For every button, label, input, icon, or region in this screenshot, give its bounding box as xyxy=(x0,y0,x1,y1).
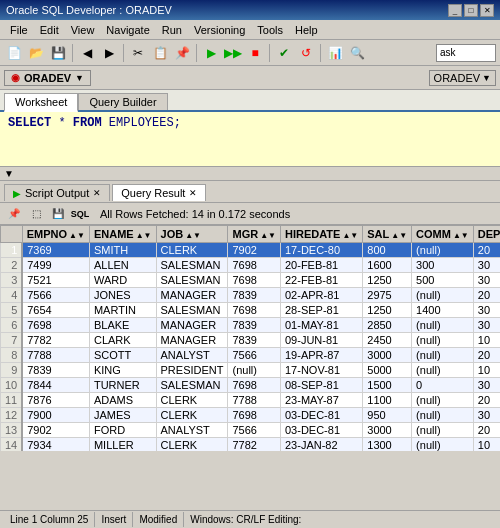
stop-button[interactable]: ■ xyxy=(245,43,265,63)
explain-button[interactable]: 📊 xyxy=(325,43,345,63)
run-button[interactable]: ▶ xyxy=(201,43,221,63)
connection-badge[interactable]: ◉ ORADEV ▼ xyxy=(4,70,91,86)
menu-versioning[interactable]: Versioning xyxy=(188,22,251,38)
cell-sal: 1600 xyxy=(363,258,412,273)
result-table: EMPNO▲▼ ENAME▲▼ JOB▲▼ MGR▲▼ HIREDATE▲▼ S… xyxy=(0,225,500,451)
open-button[interactable]: 📂 xyxy=(26,43,46,63)
cell-comm: (null) xyxy=(412,423,474,438)
row-number: 5 xyxy=(1,303,23,318)
back-button[interactable]: ◀ xyxy=(77,43,97,63)
sql-keyword-from: FROM xyxy=(73,116,102,130)
table-row[interactable]: 67698BLAKEMANAGER783901-MAY-812850(null)… xyxy=(1,318,501,333)
cell-job: CLERK xyxy=(156,438,228,452)
table-row[interactable]: 87788SCOTTANALYST756619-APR-873000(null)… xyxy=(1,348,501,363)
schema-dropdown-icon[interactable]: ▼ xyxy=(482,73,491,83)
commit-button[interactable]: ✔ xyxy=(274,43,294,63)
col-sal[interactable]: SAL▲▼ xyxy=(363,226,412,243)
toolbar-separator-3 xyxy=(196,44,197,62)
table-row[interactable]: 27499ALLENSALESMAN769820-FEB-81160030030 xyxy=(1,258,501,273)
query-result-label: Query Result xyxy=(121,187,185,199)
tab-script-output[interactable]: ▶ Script Output ✕ xyxy=(4,184,110,201)
rollback-button[interactable]: ↺ xyxy=(296,43,316,63)
menu-view[interactable]: View xyxy=(65,22,101,38)
cell-comm: 1400 xyxy=(412,303,474,318)
table-row[interactable]: 117876ADAMSCLERK778823-MAY-871100(null)2… xyxy=(1,393,501,408)
cell-sal: 950 xyxy=(363,408,412,423)
tab-query-result[interactable]: Query Result ✕ xyxy=(112,184,206,201)
copy-button[interactable]: 📋 xyxy=(150,43,170,63)
menu-edit[interactable]: Edit xyxy=(34,22,65,38)
freeze-button[interactable]: 📌 xyxy=(4,204,24,224)
cell-deptno: 30 xyxy=(473,378,500,393)
col-comm[interactable]: COMM▲▼ xyxy=(412,226,474,243)
cell-empno: 7698 xyxy=(22,318,89,333)
cell-empno: 7782 xyxy=(22,333,89,348)
table-row[interactable]: 17369SMITHCLERK790217-DEC-80800(null)20 xyxy=(1,243,501,258)
table-row[interactable]: 127900JAMESCLERK769803-DEC-81950(null)30 xyxy=(1,408,501,423)
autotrace-button[interactable]: 🔍 xyxy=(347,43,367,63)
table-row[interactable]: 97839KINGPRESIDENT(null)17-NOV-815000(nu… xyxy=(1,363,501,378)
cell-ename: JAMES xyxy=(89,408,156,423)
menu-run[interactable]: Run xyxy=(156,22,188,38)
cell-sal: 2975 xyxy=(363,288,412,303)
ask-search-box[interactable]: ask xyxy=(436,44,496,62)
cell-mgr: 7698 xyxy=(228,408,281,423)
table-row[interactable]: 77782CLARKMANAGER783909-JUN-812450(null)… xyxy=(1,333,501,348)
col-mgr[interactable]: MGR▲▼ xyxy=(228,226,281,243)
col-deptno[interactable]: DEPTNO▲▼ xyxy=(473,226,500,243)
app-title: Oracle SQL Developer : ORADEV xyxy=(6,4,172,16)
cut-button[interactable]: ✂ xyxy=(128,43,148,63)
table-row[interactable]: 57654MARTINSALESMAN769828-SEP-8112501400… xyxy=(1,303,501,318)
menu-navigate[interactable]: Navigate xyxy=(100,22,155,38)
cell-mgr: 7782 xyxy=(228,438,281,452)
cell-comm: (null) xyxy=(412,318,474,333)
table-row[interactable]: 137902FORDANALYST756603-DEC-813000(null)… xyxy=(1,423,501,438)
cell-empno: 7499 xyxy=(22,258,89,273)
cell-comm: (null) xyxy=(412,363,474,378)
cell-mgr: 7839 xyxy=(228,288,281,303)
save-button[interactable]: 💾 xyxy=(48,43,68,63)
table-row[interactable]: 107844TURNERSALESMAN769808-SEP-811500030 xyxy=(1,378,501,393)
menu-help[interactable]: Help xyxy=(289,22,324,38)
col-empno[interactable]: EMPNO▲▼ xyxy=(22,226,89,243)
paste-button[interactable]: 📌 xyxy=(172,43,192,63)
new-button[interactable]: 📄 xyxy=(4,43,24,63)
menu-file[interactable]: File xyxy=(4,22,34,38)
cell-empno: 7902 xyxy=(22,423,89,438)
table-row[interactable]: 37521WARDSALESMAN769822-FEB-81125050030 xyxy=(1,273,501,288)
table-row[interactable]: 47566JONESMANAGER783902-APR-812975(null)… xyxy=(1,288,501,303)
toolbar-separator-5 xyxy=(320,44,321,62)
detach-button[interactable]: ⬚ xyxy=(26,204,46,224)
result-table-container[interactable]: EMPNO▲▼ ENAME▲▼ JOB▲▼ MGR▲▼ HIREDATE▲▼ S… xyxy=(0,225,500,451)
tab-worksheet[interactable]: Worksheet xyxy=(4,93,78,112)
cell-sal: 2850 xyxy=(363,318,412,333)
status-line-col: Line 1 Column 25 xyxy=(4,512,95,527)
status-mode: Insert xyxy=(95,512,133,527)
cell-mgr: 7839 xyxy=(228,318,281,333)
cell-mgr: 7698 xyxy=(228,273,281,288)
cell-ename: CLARK xyxy=(89,333,156,348)
minimize-button[interactable]: _ xyxy=(448,4,462,17)
run-script-button[interactable]: ▶▶ xyxy=(223,43,243,63)
sql-label-button[interactable]: SQL xyxy=(70,204,90,224)
menu-tools[interactable]: Tools xyxy=(251,22,289,38)
sql-table: EMPLOYEES; xyxy=(109,116,181,130)
forward-button[interactable]: ▶ xyxy=(99,43,119,63)
save-results-button[interactable]: 💾 xyxy=(48,204,68,224)
table-row[interactable]: 147934MILLERCLERK778223-JAN-821300(null)… xyxy=(1,438,501,452)
query-result-close[interactable]: ✕ xyxy=(189,188,197,198)
sql-editor[interactable]: SELECT * FROM EMPLOYEES; xyxy=(0,112,500,167)
cell-hiredate: 20-FEB-81 xyxy=(281,258,363,273)
cell-empno: 7844 xyxy=(22,378,89,393)
col-job[interactable]: JOB▲▼ xyxy=(156,226,228,243)
script-output-close[interactable]: ✕ xyxy=(93,188,101,198)
cell-comm: (null) xyxy=(412,438,474,452)
col-hiredate[interactable]: HIREDATE▲▼ xyxy=(281,226,363,243)
close-button[interactable]: ✕ xyxy=(480,4,494,17)
col-ename[interactable]: ENAME▲▼ xyxy=(89,226,156,243)
connection-dropdown-icon[interactable]: ▼ xyxy=(75,73,84,83)
row-number: 7 xyxy=(1,333,23,348)
tab-query-builder[interactable]: Query Builder xyxy=(78,93,167,110)
schema-selector[interactable]: ORADEV ▼ xyxy=(429,70,496,86)
maximize-button[interactable]: □ xyxy=(464,4,478,17)
